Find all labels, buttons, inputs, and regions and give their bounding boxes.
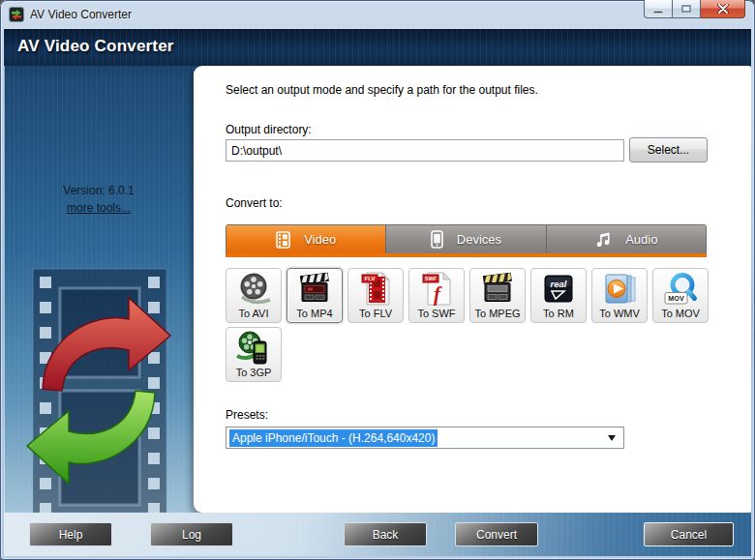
tab-label: Devices bbox=[457, 232, 501, 247]
maximize-button[interactable] bbox=[673, 0, 701, 18]
footer-bar: Help Log Back Convert Cancel bbox=[4, 513, 751, 556]
version-label: Version: 6.0.1 bbox=[4, 184, 194, 197]
swf-flash-page-icon: f SWF bbox=[420, 270, 453, 308]
presets-dropdown[interactable]: Apple iPhone/iTouch - (H.264,640x420) bbox=[226, 427, 624, 449]
tab-video[interactable]: Video bbox=[226, 225, 386, 253]
3gp-reel-phone-icon bbox=[235, 329, 272, 367]
realmedia-icon: real bbox=[541, 270, 576, 308]
more-tools-link[interactable]: more tools... bbox=[4, 201, 194, 215]
tab-label: Audio bbox=[625, 232, 657, 247]
format-to-rm[interactable]: real To RM bbox=[530, 268, 587, 323]
flv-filmstrip-icon: FLV bbox=[359, 270, 392, 308]
tab-devices[interactable]: Devices bbox=[386, 225, 546, 253]
svg-text:FLV: FLV bbox=[365, 276, 376, 281]
app-header-band: AV Video Converter bbox=[4, 29, 751, 66]
dropdown-arrow-icon bbox=[608, 435, 616, 445]
help-button[interactable]: Help bbox=[29, 522, 112, 546]
window-title: AV Video Converter bbox=[30, 8, 132, 21]
presets-selected-value: Apple iPhone/iTouch - (H.264,640x420) bbox=[229, 429, 438, 447]
svg-text:MOV: MOV bbox=[668, 294, 684, 303]
select-directory-button[interactable]: Select... bbox=[629, 137, 708, 162]
mp4-clapperboard-icon bbox=[295, 270, 334, 308]
format-to-3gp[interactable]: To 3GP bbox=[226, 327, 282, 382]
avi-film-reel-icon bbox=[234, 270, 273, 308]
convert-button[interactable]: Convert bbox=[455, 522, 538, 546]
minimize-button[interactable] bbox=[644, 0, 673, 18]
format-to-mov[interactable]: MOV To MOV bbox=[652, 268, 709, 323]
convert-tabs: Video Devices Audio bbox=[226, 224, 707, 253]
titlebar[interactable]: AV Video Converter bbox=[0, 0, 755, 29]
output-directory-label: Output directory: bbox=[226, 123, 312, 136]
windows-media-icon bbox=[600, 270, 639, 308]
cancel-button[interactable]: Cancel bbox=[644, 522, 734, 546]
svg-text:SWF: SWF bbox=[425, 276, 438, 281]
convert-to-label: Convert to: bbox=[226, 196, 283, 210]
app-window: AV Video Converter AV Video Converter Ve… bbox=[0, 0, 755, 560]
phone-icon bbox=[431, 230, 443, 249]
main-panel: Select an output mode and specify a path… bbox=[194, 66, 751, 513]
log-button[interactable]: Log bbox=[150, 522, 233, 546]
window-content: AV Video Converter Version: 6.0.1 more t… bbox=[4, 29, 751, 556]
app-header-title: AV Video Converter bbox=[17, 37, 174, 56]
maximize-icon bbox=[681, 5, 691, 13]
film-icon bbox=[276, 231, 290, 249]
close-button[interactable] bbox=[701, 0, 745, 18]
tab-audio[interactable]: Audio bbox=[547, 225, 706, 253]
back-button[interactable]: Back bbox=[344, 522, 427, 546]
format-to-avi[interactable]: To AVI bbox=[226, 268, 282, 323]
mpeg-clapperboard-icon bbox=[478, 270, 517, 308]
close-icon bbox=[717, 4, 729, 14]
film-swap-arrows-art bbox=[4, 261, 194, 513]
instruction-text: Select an output mode and specify a path… bbox=[226, 83, 538, 97]
minimize-icon bbox=[653, 11, 663, 14]
app-icon bbox=[9, 7, 24, 22]
output-directory-input[interactable] bbox=[226, 139, 624, 162]
svg-text:real: real bbox=[551, 279, 567, 289]
format-to-mp4[interactable]: To MP4 bbox=[287, 268, 343, 323]
music-note-icon bbox=[594, 231, 612, 249]
active-tab-underline bbox=[226, 253, 707, 257]
tab-label: Video bbox=[304, 232, 336, 247]
window-controls bbox=[644, 0, 745, 18]
format-to-swf[interactable]: f SWF To SWF bbox=[408, 268, 465, 323]
presets-label: Presets: bbox=[226, 408, 268, 422]
format-to-mpeg[interactable]: To MPEG bbox=[469, 268, 526, 323]
quicktime-mov-icon: MOV bbox=[662, 270, 699, 308]
format-to-flv[interactable]: FLV To FLV bbox=[347, 268, 404, 323]
format-to-wmv[interactable]: To WMV bbox=[591, 268, 648, 323]
